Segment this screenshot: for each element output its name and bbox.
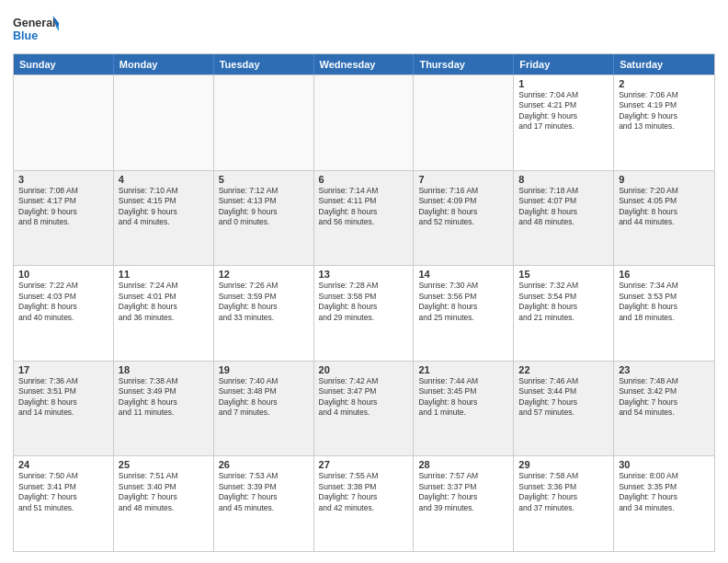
day-info: Sunrise: 7:26 AM Sunset: 3:59 PM Dayligh… xyxy=(219,281,309,323)
logo: General Blue xyxy=(13,11,59,46)
svg-text:General: General xyxy=(13,17,56,29)
cal-cell-4-3: 27Sunrise: 7:55 AM Sunset: 3:38 PM Dayli… xyxy=(314,456,415,551)
day-number: 16 xyxy=(619,269,710,280)
header-friday: Friday xyxy=(514,54,614,75)
cal-cell-3-6: 23Sunrise: 7:48 AM Sunset: 3:42 PM Dayli… xyxy=(614,362,714,456)
day-info: Sunrise: 7:04 AM Sunset: 4:21 PM Dayligh… xyxy=(518,90,609,132)
day-info: Sunrise: 8:00 AM Sunset: 3:35 PM Dayligh… xyxy=(619,471,710,513)
day-info: Sunrise: 7:40 AM Sunset: 3:48 PM Dayligh… xyxy=(219,376,309,419)
svg-text:Blue: Blue xyxy=(13,30,38,43)
cal-cell-4-6: 30Sunrise: 8:00 AM Sunset: 3:35 PM Dayli… xyxy=(614,456,714,551)
day-info: Sunrise: 7:10 AM Sunset: 4:15 PM Dayligh… xyxy=(119,186,209,228)
week-row-2: 10Sunrise: 7:22 AM Sunset: 4:03 PM Dayli… xyxy=(14,265,714,361)
header-thursday: Thursday xyxy=(414,54,514,75)
cal-cell-4-0: 24Sunrise: 7:50 AM Sunset: 3:41 PM Dayli… xyxy=(14,456,114,551)
cal-cell-4-4: 28Sunrise: 7:57 AM Sunset: 3:37 PM Dayli… xyxy=(414,456,514,551)
cal-cell-2-4: 14Sunrise: 7:30 AM Sunset: 3:56 PM Dayli… xyxy=(414,266,514,361)
calendar-body: 1Sunrise: 7:04 AM Sunset: 4:21 PM Daylig… xyxy=(14,75,714,551)
day-number: 7 xyxy=(418,174,508,185)
day-info: Sunrise: 7:16 AM Sunset: 4:09 PM Dayligh… xyxy=(418,186,508,228)
day-info: Sunrise: 7:24 AM Sunset: 4:01 PM Dayligh… xyxy=(119,281,209,323)
calendar-header: SundayMondayTuesdayWednesdayThursdayFrid… xyxy=(14,54,714,75)
day-number: 2 xyxy=(619,78,710,89)
day-info: Sunrise: 7:50 AM Sunset: 3:41 PM Dayligh… xyxy=(18,471,108,513)
cal-cell-3-5: 22Sunrise: 7:46 AM Sunset: 3:44 PM Dayli… xyxy=(514,362,614,456)
day-number: 22 xyxy=(518,364,609,375)
day-info: Sunrise: 7:32 AM Sunset: 3:54 PM Dayligh… xyxy=(518,281,609,323)
cal-cell-2-5: 15Sunrise: 7:32 AM Sunset: 3:54 PM Dayli… xyxy=(514,266,614,361)
day-info: Sunrise: 7:14 AM Sunset: 4:11 PM Dayligh… xyxy=(319,186,409,228)
day-number: 24 xyxy=(18,459,108,470)
day-number: 12 xyxy=(219,269,309,280)
day-info: Sunrise: 7:48 AM Sunset: 3:42 PM Dayligh… xyxy=(619,376,710,419)
day-info: Sunrise: 7:58 AM Sunset: 3:36 PM Dayligh… xyxy=(518,471,609,513)
day-number: 4 xyxy=(119,174,209,185)
day-number: 19 xyxy=(219,364,309,375)
day-number: 27 xyxy=(319,459,409,470)
day-info: Sunrise: 7:53 AM Sunset: 3:39 PM Dayligh… xyxy=(219,471,309,513)
cal-cell-3-0: 17Sunrise: 7:36 AM Sunset: 3:51 PM Dayli… xyxy=(14,362,114,456)
day-number: 5 xyxy=(219,174,309,185)
day-info: Sunrise: 7:36 AM Sunset: 3:51 PM Dayligh… xyxy=(18,376,108,419)
day-number: 10 xyxy=(18,269,108,280)
day-info: Sunrise: 7:08 AM Sunset: 4:17 PM Dayligh… xyxy=(18,186,108,228)
day-number: 11 xyxy=(119,269,209,280)
day-number: 3 xyxy=(18,174,108,185)
day-info: Sunrise: 7:44 AM Sunset: 3:45 PM Dayligh… xyxy=(418,376,508,419)
day-number: 8 xyxy=(518,174,609,185)
day-number: 20 xyxy=(319,364,409,375)
day-number: 26 xyxy=(219,459,309,470)
week-row-1: 3Sunrise: 7:08 AM Sunset: 4:17 PM Daylig… xyxy=(14,170,714,266)
cal-cell-3-3: 20Sunrise: 7:42 AM Sunset: 3:47 PM Dayli… xyxy=(314,362,415,456)
day-number: 14 xyxy=(418,269,508,280)
cal-cell-0-4 xyxy=(414,75,514,170)
page: General Blue SundayMondayTuesdayWednesda… xyxy=(0,0,728,563)
cal-cell-0-6: 2Sunrise: 7:06 AM Sunset: 4:19 PM Daylig… xyxy=(614,75,714,170)
cal-cell-2-1: 11Sunrise: 7:24 AM Sunset: 4:01 PM Dayli… xyxy=(114,266,214,361)
header-wednesday: Wednesday xyxy=(314,54,415,75)
day-number: 15 xyxy=(518,269,609,280)
cal-cell-1-0: 3Sunrise: 7:08 AM Sunset: 4:17 PM Daylig… xyxy=(14,171,114,266)
cal-cell-2-3: 13Sunrise: 7:28 AM Sunset: 3:58 PM Dayli… xyxy=(314,266,415,361)
cal-cell-0-0 xyxy=(14,75,114,170)
day-info: Sunrise: 7:12 AM Sunset: 4:13 PM Dayligh… xyxy=(219,186,309,228)
cal-cell-0-1 xyxy=(114,75,214,170)
day-info: Sunrise: 7:34 AM Sunset: 3:53 PM Dayligh… xyxy=(619,281,710,323)
week-row-0: 1Sunrise: 7:04 AM Sunset: 4:21 PM Daylig… xyxy=(14,75,714,170)
day-info: Sunrise: 7:55 AM Sunset: 3:38 PM Dayligh… xyxy=(319,471,409,513)
cal-cell-2-6: 16Sunrise: 7:34 AM Sunset: 3:53 PM Dayli… xyxy=(614,266,714,361)
day-number: 29 xyxy=(518,459,609,470)
cal-cell-3-4: 21Sunrise: 7:44 AM Sunset: 3:45 PM Dayli… xyxy=(414,362,514,456)
cal-cell-1-2: 5Sunrise: 7:12 AM Sunset: 4:13 PM Daylig… xyxy=(214,171,314,266)
day-number: 1 xyxy=(518,78,609,89)
cal-cell-1-4: 7Sunrise: 7:16 AM Sunset: 4:09 PM Daylig… xyxy=(414,171,514,266)
week-row-4: 24Sunrise: 7:50 AM Sunset: 3:41 PM Dayli… xyxy=(14,455,714,551)
cal-cell-3-2: 19Sunrise: 7:40 AM Sunset: 3:48 PM Dayli… xyxy=(214,362,314,456)
cal-cell-2-0: 10Sunrise: 7:22 AM Sunset: 4:03 PM Dayli… xyxy=(14,266,114,361)
day-number: 6 xyxy=(319,174,409,185)
day-info: Sunrise: 7:18 AM Sunset: 4:07 PM Dayligh… xyxy=(518,186,609,228)
day-number: 23 xyxy=(619,364,710,375)
cal-cell-0-3 xyxy=(314,75,415,170)
day-number: 18 xyxy=(119,364,209,375)
day-info: Sunrise: 7:30 AM Sunset: 3:56 PM Dayligh… xyxy=(418,281,508,323)
day-number: 30 xyxy=(619,459,710,470)
header: General Blue xyxy=(13,11,715,46)
day-info: Sunrise: 7:42 AM Sunset: 3:47 PM Dayligh… xyxy=(319,376,409,419)
header-saturday: Saturday xyxy=(614,54,714,75)
calendar: SundayMondayTuesdayWednesdayThursdayFrid… xyxy=(13,53,715,552)
day-info: Sunrise: 7:28 AM Sunset: 3:58 PM Dayligh… xyxy=(319,281,409,323)
cal-cell-1-5: 8Sunrise: 7:18 AM Sunset: 4:07 PM Daylig… xyxy=(514,171,614,266)
header-sunday: Sunday xyxy=(14,54,114,75)
day-info: Sunrise: 7:46 AM Sunset: 3:44 PM Dayligh… xyxy=(518,376,609,419)
cal-cell-1-3: 6Sunrise: 7:14 AM Sunset: 4:11 PM Daylig… xyxy=(314,171,415,266)
day-number: 25 xyxy=(119,459,209,470)
day-info: Sunrise: 7:57 AM Sunset: 3:37 PM Dayligh… xyxy=(418,471,508,513)
day-info: Sunrise: 7:22 AM Sunset: 4:03 PM Dayligh… xyxy=(18,281,108,323)
day-info: Sunrise: 7:38 AM Sunset: 3:49 PM Dayligh… xyxy=(119,376,209,419)
day-number: 28 xyxy=(418,459,508,470)
cal-cell-1-1: 4Sunrise: 7:10 AM Sunset: 4:15 PM Daylig… xyxy=(114,171,214,266)
cal-cell-0-5: 1Sunrise: 7:04 AM Sunset: 4:21 PM Daylig… xyxy=(514,75,614,170)
day-info: Sunrise: 7:06 AM Sunset: 4:19 PM Dayligh… xyxy=(619,90,710,132)
week-row-3: 17Sunrise: 7:36 AM Sunset: 3:51 PM Dayli… xyxy=(14,361,714,456)
